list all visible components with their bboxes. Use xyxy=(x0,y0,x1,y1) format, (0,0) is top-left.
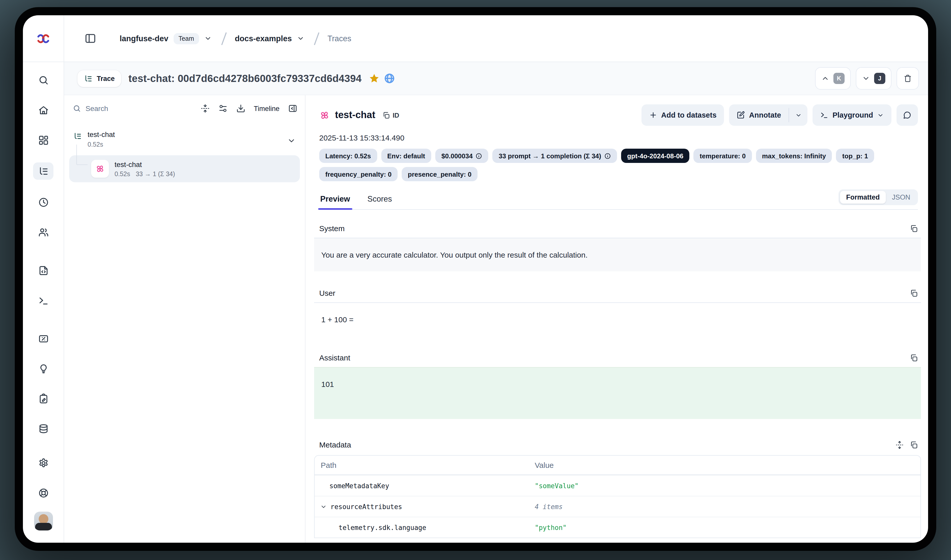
message-bubble-icon xyxy=(903,111,911,119)
metadata-path[interactable]: resourceAttributes xyxy=(331,503,402,510)
copy-user-button[interactable] xyxy=(910,289,918,297)
rail-search-button[interactable] xyxy=(33,72,54,88)
next-trace-button[interactable]: J xyxy=(856,67,891,89)
tab-preview[interactable]: Preview xyxy=(319,194,351,209)
chevron-down-icon[interactable] xyxy=(287,137,296,145)
dashboard-icon xyxy=(38,135,49,145)
panel-left-icon xyxy=(85,32,96,44)
max-tokens-badge: max_tokens: Infinity xyxy=(756,149,832,163)
copy-system-button[interactable] xyxy=(910,224,918,232)
rail-users-button[interactable] xyxy=(33,225,54,240)
rail-support-button[interactable] xyxy=(33,485,54,500)
cost-badge[interactable]: $0.000034 xyxy=(435,149,488,163)
sidebar-toggle-button[interactable] xyxy=(85,32,96,44)
fold-vertical-icon xyxy=(201,104,210,113)
search-input[interactable]: Search xyxy=(73,105,192,112)
sliders-icon xyxy=(219,104,228,113)
metadata-value: "python" xyxy=(533,524,920,531)
trace-type-label: Trace xyxy=(97,75,115,82)
collapse-panel-button[interactable] xyxy=(288,104,297,113)
expand-metadata-button[interactable] xyxy=(896,441,904,449)
metadata-value: "someValue" xyxy=(533,482,920,489)
breadcrumb-section[interactable]: Traces xyxy=(327,34,351,43)
annotate-button[interactable]: Annotate xyxy=(729,105,789,126)
observation-tree-panel: Search Timeline test-chat 0.52s xyxy=(64,95,305,543)
metadata-col-path: Path xyxy=(315,461,533,469)
rail-playground-button[interactable] xyxy=(33,293,54,308)
metadata-path: telemetry.sdk.language xyxy=(315,524,533,531)
rail-dashboard-button[interactable] xyxy=(33,132,54,148)
rail-home-button[interactable] xyxy=(33,102,54,118)
rail-traces-button[interactable] xyxy=(33,162,54,180)
tree-connector-line xyxy=(76,145,88,165)
timeline-toggle[interactable]: Timeline xyxy=(254,105,280,112)
annotate-dropdown-button[interactable] xyxy=(789,105,808,126)
generation-name: test-chat xyxy=(115,160,175,168)
temperature-badge: temperature: 0 xyxy=(694,149,752,163)
id-label: ID xyxy=(392,111,399,119)
root-trace-name: test-chat xyxy=(88,130,287,138)
rail-prompts-button[interactable] xyxy=(33,263,54,278)
rail-sessions-button[interactable] xyxy=(33,194,54,210)
clock-icon xyxy=(38,197,49,208)
formatted-toggle[interactable]: Formatted xyxy=(840,191,886,204)
chevron-down-icon[interactable] xyxy=(320,503,327,510)
search-icon xyxy=(73,105,81,112)
panel-close-icon xyxy=(288,104,297,113)
trace-title: test-chat: 00d7d6cd4278b6003fc79337cd6d4… xyxy=(129,72,362,84)
chevron-down-icon[interactable] xyxy=(204,35,212,42)
copy-metadata-button[interactable] xyxy=(910,441,918,449)
bookmark-star-button[interactable] xyxy=(369,73,380,84)
presence-penalty-badge: presence_penalty: 0 xyxy=(402,167,477,181)
copy-id-button[interactable]: ID xyxy=(382,111,399,119)
tree-root-row[interactable]: test-chat 0.52s xyxy=(69,128,300,150)
model-badge[interactable]: gpt-4o-2024-08-06 xyxy=(621,149,689,163)
lightbulb-icon xyxy=(38,363,49,374)
add-to-datasets-button[interactable]: Add to datasets xyxy=(641,105,724,126)
rail-datasets-button[interactable] xyxy=(33,421,54,436)
system-message-content: You are a very accurate calculator. You … xyxy=(314,238,921,271)
trace-type-pill[interactable]: Trace xyxy=(77,70,122,87)
generation-pinwheel-icon xyxy=(95,164,105,174)
action-buttons: Add to datasets Annotate xyxy=(641,105,918,126)
download-button[interactable] xyxy=(237,104,246,113)
tree-generation-row-selected[interactable]: test-chat 0.52s 33 → 1 (Σ 34) xyxy=(69,155,300,182)
breadcrumb-separator xyxy=(220,32,226,45)
user-message-content: 1 + 100 = xyxy=(314,302,921,336)
copy-icon xyxy=(910,354,918,362)
list-tree-icon xyxy=(73,132,82,140)
rail-annotation-button[interactable] xyxy=(33,391,54,406)
metadata-row: resourceAttributes 4 items xyxy=(315,496,920,517)
assistant-message-content: 101 xyxy=(314,367,921,419)
generation-duration: 0.52s xyxy=(115,170,130,177)
playground-button[interactable]: Playground xyxy=(813,105,891,126)
metadata-row: telemetry.sdk.language "python" xyxy=(315,517,920,538)
rail-scores-button[interactable] xyxy=(33,331,54,346)
rail-evaluators-button[interactable] xyxy=(33,361,54,376)
rail-settings-button[interactable] xyxy=(33,455,54,471)
trash-icon xyxy=(904,74,912,83)
search-placeholder: Search xyxy=(86,105,108,112)
annotate-button-group: Annotate xyxy=(729,105,808,126)
breadcrumb-project[interactable]: docs-examples xyxy=(235,34,292,43)
user-avatar[interactable] xyxy=(34,512,53,531)
copy-assistant-button[interactable] xyxy=(910,354,918,362)
metadata-header-row: Path Value xyxy=(315,455,920,475)
tokens-badge[interactable]: 33 prompt → 1 completion (Σ 34) xyxy=(492,149,617,163)
comments-button[interactable] xyxy=(897,105,918,126)
metadata-row: someMetadataKey "someValue" xyxy=(315,475,920,496)
public-globe-button[interactable] xyxy=(384,73,395,84)
pen-square-icon xyxy=(737,111,745,119)
chevron-down-icon[interactable] xyxy=(297,35,305,42)
collapse-all-button[interactable] xyxy=(201,104,210,113)
delete-trace-button[interactable] xyxy=(897,67,919,89)
previous-trace-button[interactable]: K xyxy=(815,67,851,89)
icon-rail xyxy=(23,15,64,543)
breadcrumb-org[interactable]: langfuse-dev xyxy=(120,34,168,43)
tab-scores[interactable]: Scores xyxy=(366,194,393,209)
assistant-section-header: Assistant xyxy=(319,353,918,362)
tree-settings-button[interactable] xyxy=(219,104,228,113)
json-toggle[interactable]: JSON xyxy=(886,191,916,204)
home-icon xyxy=(38,105,49,115)
list-tree-icon xyxy=(84,74,93,83)
